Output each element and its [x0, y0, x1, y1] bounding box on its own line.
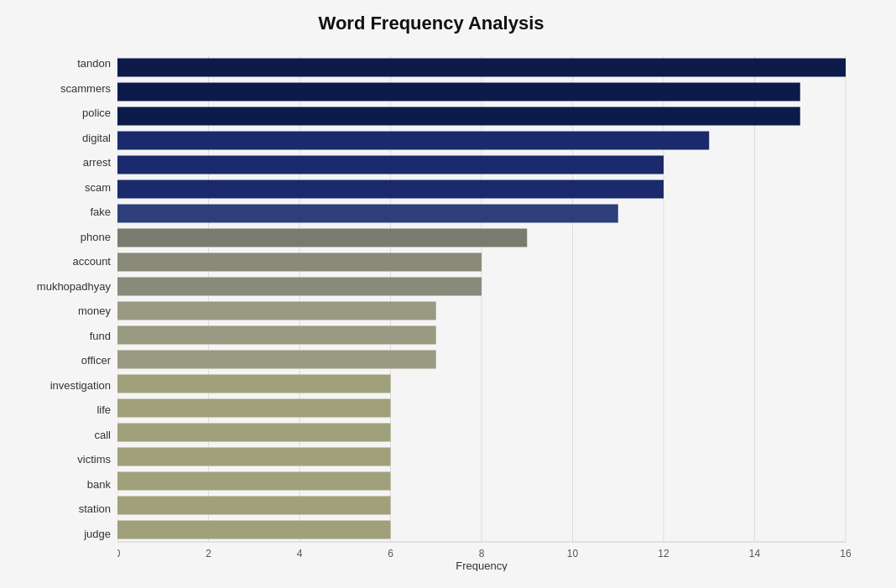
bar-scammers [117, 83, 800, 101]
x-tick-label: 4 [297, 548, 303, 559]
bar-investigation [117, 375, 391, 393]
y-label-mukhopadhyay: mukhopadhyay [37, 281, 111, 292]
bar-chart-svg: 0246810121416Frequency [117, 51, 854, 571]
y-label-scammers: scammers [60, 83, 111, 94]
bar-digital [117, 132, 709, 150]
bar-phone [117, 229, 527, 247]
x-tick-label: 2 [206, 548, 211, 559]
y-label-officer: officer [81, 355, 111, 366]
y-label-call: call [94, 429, 111, 440]
y-label-money: money [78, 305, 111, 316]
bar-mukhopadhyay [117, 278, 482, 296]
y-label-digital: digital [82, 133, 111, 143]
y-label-fund: fund [90, 330, 111, 341]
bar-station [117, 497, 391, 515]
y-label-tandon: tandon [77, 58, 111, 69]
y-label-life: life [96, 404, 111, 415]
bar-fund [117, 326, 436, 345]
chart-container: Word Frequency Analysis tandonscammerspo… [0, 0, 896, 588]
y-label-station: station [79, 503, 111, 514]
x-tick-label: 16 [840, 548, 852, 559]
y-label-phone: phone [81, 232, 111, 242]
bar-police [117, 107, 800, 126]
y-label-fake: fake [90, 206, 111, 217]
y-label-bank: bank [87, 479, 111, 490]
x-tick-label: 6 [388, 548, 393, 559]
bar-bank [117, 472, 391, 491]
bar-judge [117, 521, 391, 539]
bar-money [117, 302, 436, 320]
y-label-scam: scam [85, 182, 111, 193]
bar-call [117, 424, 391, 442]
bar-tandon [117, 59, 846, 77]
x-tick-label: 8 [479, 548, 485, 559]
y-label-police: police [82, 107, 111, 118]
x-tick-label: 0 [117, 548, 121, 559]
y-axis-labels: tandonscammerspolicedigitalarrestscamfak… [8, 51, 117, 571]
plot-area: 0246810121416Frequency [117, 51, 854, 571]
x-tick-label: 12 [658, 548, 669, 559]
x-tick-label: 10 [567, 548, 579, 559]
bar-account [117, 253, 482, 272]
x-tick-label: 14 [749, 548, 761, 559]
y-label-arrest: arrest [83, 157, 111, 168]
y-label-investigation: investigation [50, 380, 111, 391]
bar-arrest [117, 156, 664, 174]
y-label-judge: judge [84, 528, 111, 539]
bar-life [117, 399, 391, 418]
chart-title: Word Frequency Analysis [8, 13, 854, 34]
bar-scam [117, 180, 664, 199]
bar-fake [117, 205, 618, 223]
x-axis-title: Frequency [456, 559, 508, 571]
bar-officer [117, 351, 436, 369]
y-label-account: account [72, 256, 111, 267]
bar-victims [117, 448, 391, 466]
y-label-victims: victims [77, 454, 111, 465]
